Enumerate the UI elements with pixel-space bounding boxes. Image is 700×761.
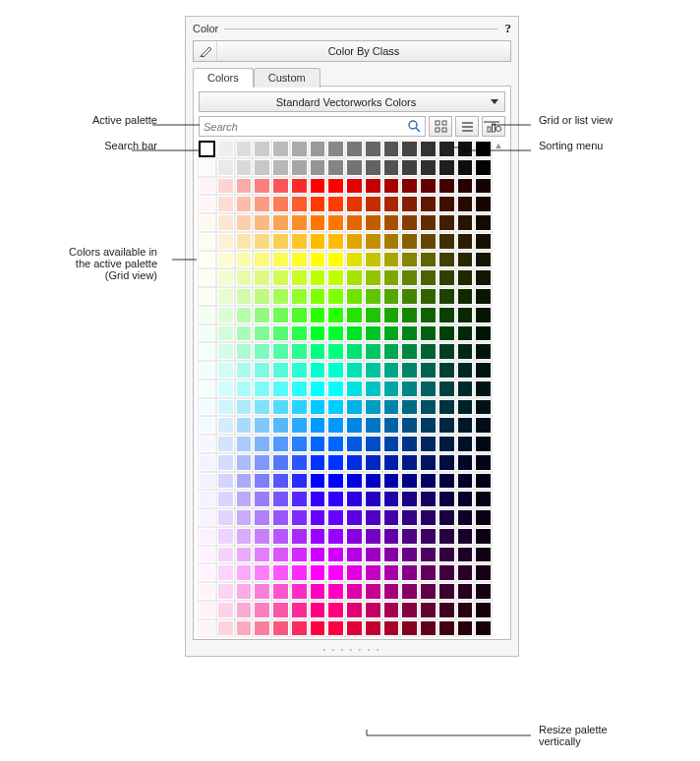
color-swatch[interactable] xyxy=(420,380,437,397)
color-swatch[interactable] xyxy=(291,214,308,231)
color-swatch[interactable] xyxy=(272,343,289,360)
color-swatch[interactable] xyxy=(310,362,326,379)
tab-colors[interactable]: Colors xyxy=(193,68,254,88)
color-swatch[interactable] xyxy=(310,547,326,563)
color-swatch[interactable] xyxy=(401,417,418,434)
color-swatch[interactable] xyxy=(291,343,308,360)
color-swatch[interactable] xyxy=(383,233,400,250)
color-swatch[interactable] xyxy=(217,362,234,379)
color-swatch[interactable] xyxy=(365,252,381,268)
color-swatch[interactable] xyxy=(199,214,215,231)
color-swatch[interactable] xyxy=(438,620,455,637)
color-swatch[interactable] xyxy=(475,178,492,195)
color-swatch[interactable] xyxy=(420,214,437,231)
color-swatch[interactable] xyxy=(438,399,455,416)
color-swatch[interactable] xyxy=(310,288,326,305)
color-swatch[interactable] xyxy=(199,602,215,618)
color-swatch[interactable] xyxy=(217,528,234,545)
color-swatch[interactable] xyxy=(401,214,418,231)
color-swatch[interactable] xyxy=(272,436,289,452)
color-swatch[interactable] xyxy=(327,454,344,471)
color-swatch[interactable] xyxy=(291,602,308,618)
color-swatch[interactable] xyxy=(217,343,234,360)
color-swatch[interactable] xyxy=(457,141,474,157)
color-swatch[interactable] xyxy=(217,399,234,416)
color-swatch[interactable] xyxy=(217,436,234,452)
color-swatch[interactable] xyxy=(438,159,455,176)
color-swatch[interactable] xyxy=(272,269,289,286)
color-swatch[interactable] xyxy=(199,288,215,305)
color-swatch[interactable] xyxy=(401,436,418,452)
color-swatch[interactable] xyxy=(475,214,492,231)
color-swatch[interactable] xyxy=(420,436,437,452)
color-swatch[interactable] xyxy=(236,454,253,471)
color-swatch[interactable] xyxy=(365,380,381,397)
color-swatch[interactable] xyxy=(236,178,253,195)
color-swatch[interactable] xyxy=(217,454,234,471)
color-swatch[interactable] xyxy=(420,178,437,195)
color-swatch[interactable] xyxy=(346,454,363,471)
color-swatch[interactable] xyxy=(310,159,326,176)
color-swatch[interactable] xyxy=(457,362,474,379)
color-swatch[interactable] xyxy=(401,509,418,526)
color-swatch[interactable] xyxy=(291,159,308,176)
color-swatch[interactable] xyxy=(365,454,381,471)
color-swatch[interactable] xyxy=(272,196,289,212)
color-swatch[interactable] xyxy=(327,269,344,286)
color-swatch[interactable] xyxy=(254,602,270,618)
list-view-button[interactable] xyxy=(455,116,479,137)
color-swatch[interactable] xyxy=(310,325,326,342)
color-swatch[interactable] xyxy=(310,583,326,600)
color-swatch[interactable] xyxy=(272,583,289,600)
color-swatch[interactable] xyxy=(420,417,437,434)
color-swatch[interactable] xyxy=(217,602,234,618)
color-swatch[interactable] xyxy=(272,141,289,157)
color-swatch[interactable] xyxy=(346,564,363,581)
color-swatch[interactable] xyxy=(475,269,492,286)
color-swatch[interactable] xyxy=(236,214,253,231)
color-swatch[interactable] xyxy=(327,399,344,416)
color-swatch[interactable] xyxy=(254,399,270,416)
color-swatch[interactable] xyxy=(457,159,474,176)
color-swatch[interactable] xyxy=(291,380,308,397)
color-swatch[interactable] xyxy=(346,547,363,563)
color-swatch[interactable] xyxy=(236,269,253,286)
color-swatch[interactable] xyxy=(420,362,437,379)
color-swatch[interactable] xyxy=(346,583,363,600)
color-swatch[interactable] xyxy=(236,307,253,323)
color-swatch[interactable] xyxy=(420,509,437,526)
color-swatch[interactable] xyxy=(291,233,308,250)
color-swatch[interactable] xyxy=(438,436,455,452)
color-swatch[interactable] xyxy=(438,583,455,600)
color-swatch[interactable] xyxy=(457,491,474,507)
color-swatch[interactable] xyxy=(365,602,381,618)
color-swatch[interactable] xyxy=(236,528,253,545)
color-swatch[interactable] xyxy=(457,214,474,231)
color-swatch[interactable] xyxy=(254,288,270,305)
color-swatch[interactable] xyxy=(475,602,492,618)
color-swatch[interactable] xyxy=(310,214,326,231)
color-swatch[interactable] xyxy=(310,269,326,286)
color-swatch[interactable] xyxy=(272,178,289,195)
color-swatch[interactable] xyxy=(254,325,270,342)
color-swatch[interactable] xyxy=(272,620,289,637)
color-swatch[interactable] xyxy=(199,159,215,176)
color-swatch[interactable] xyxy=(383,252,400,268)
color-swatch[interactable] xyxy=(236,417,253,434)
color-swatch[interactable] xyxy=(475,417,492,434)
color-swatch[interactable] xyxy=(291,528,308,545)
color-swatch[interactable] xyxy=(327,362,344,379)
color-swatch[interactable] xyxy=(327,325,344,342)
color-swatch[interactable] xyxy=(365,473,381,490)
color-swatch[interactable] xyxy=(199,547,215,563)
color-swatch[interactable] xyxy=(291,196,308,212)
color-swatch[interactable] xyxy=(401,307,418,323)
color-swatch[interactable] xyxy=(199,233,215,250)
color-swatch[interactable] xyxy=(310,178,326,195)
color-swatch[interactable] xyxy=(310,252,326,268)
color-swatch[interactable] xyxy=(346,509,363,526)
color-swatch[interactable] xyxy=(272,602,289,618)
color-swatch[interactable] xyxy=(346,269,363,286)
color-swatch[interactable] xyxy=(457,343,474,360)
color-swatch[interactable] xyxy=(327,159,344,176)
